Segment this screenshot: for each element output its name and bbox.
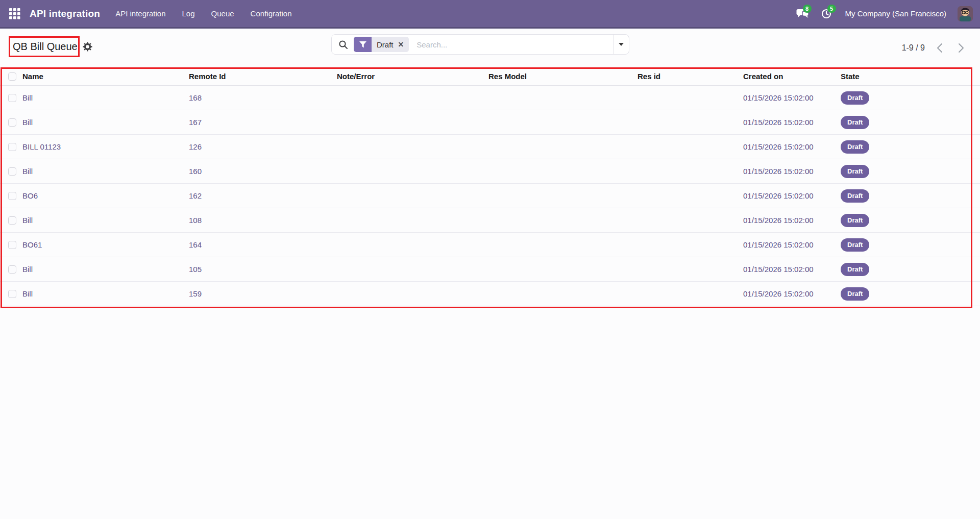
select-all-checkbox[interactable] (8, 72, 16, 81)
cell-name[interactable]: Bill (22, 282, 33, 306)
navbar-right: 8 5 My Company (San Francisco) (796, 6, 980, 21)
activities-menu-button[interactable]: 5 (821, 8, 834, 19)
row-checkbox[interactable] (8, 265, 16, 274)
cell-created-on[interactable]: 01/15/2026 15:02:00 (743, 135, 814, 159)
column-header-created-on[interactable]: Created on (743, 67, 783, 86)
chevron-right-icon (958, 42, 965, 54)
top-navbar: API integration API integration Log Queu… (0, 0, 980, 29)
state-badge[interactable]: Draft (841, 116, 869, 129)
gear-actions-icon[interactable] (83, 42, 92, 52)
column-header-state[interactable]: State (841, 67, 860, 86)
menu-item-queue[interactable]: Queue (211, 9, 234, 18)
remove-filter-icon[interactable]: ✕ (398, 40, 404, 48)
navbar-left: API integration API integration Log Queu… (0, 8, 292, 19)
cell-name[interactable]: Bill (22, 257, 33, 282)
state-badge[interactable]: Draft (841, 263, 869, 276)
cell-remote-id[interactable]: 162 (189, 184, 202, 208)
cell-remote-id[interactable]: 160 (189, 159, 202, 184)
search-options-toggle[interactable] (613, 35, 629, 54)
table-header-row: Name Remote Id Note/Error Res Model Res … (0, 67, 980, 86)
pager-range[interactable]: 1-9 / 9 (902, 43, 925, 53)
table-row[interactable]: Bill 168 01/15/2026 15:02:00 Draft (0, 86, 980, 110)
control-panel: QB Bill Queue (0, 29, 980, 67)
funnel-icon (359, 41, 367, 48)
table-row[interactable]: Bill 108 01/15/2026 15:02:00 Draft (0, 208, 980, 233)
search-icon (338, 40, 348, 50)
state-badge[interactable]: Draft (841, 91, 869, 105)
page: API integration API integration Log Queu… (0, 0, 980, 519)
cell-created-on[interactable]: 01/15/2026 15:02:00 (743, 159, 814, 184)
filter-funnel-button[interactable] (354, 37, 372, 52)
cell-remote-id[interactable]: 168 (189, 86, 202, 110)
cell-name[interactable]: Bill (22, 159, 33, 184)
search-input[interactable]: Search... (416, 40, 613, 49)
cell-created-on[interactable]: 01/15/2026 15:02:00 (743, 208, 814, 233)
cell-remote-id[interactable]: 105 (189, 257, 202, 282)
row-checkbox[interactable] (8, 216, 16, 225)
cell-name[interactable]: BILL 01123 (22, 135, 61, 159)
cell-remote-id[interactable]: 108 (189, 208, 202, 233)
state-badge[interactable]: Draft (841, 214, 869, 227)
cell-created-on[interactable]: 01/15/2026 15:02:00 (743, 110, 814, 135)
column-header-res-model[interactable]: Res Model (488, 67, 527, 86)
filter-chip-label[interactable]: Draft (377, 40, 394, 49)
cell-created-on[interactable]: 01/15/2026 15:02:00 (743, 184, 814, 208)
cell-remote-id[interactable]: 164 (189, 233, 202, 257)
column-header-note-error[interactable]: Note/Error (337, 67, 375, 86)
table-row[interactable]: Bill 167 01/15/2026 15:02:00 Draft (0, 110, 980, 135)
state-badge[interactable]: Draft (841, 189, 869, 203)
table-row[interactable]: Bill 160 01/15/2026 15:02:00 Draft (0, 159, 980, 184)
cell-name[interactable]: Bill (22, 86, 33, 110)
chevron-down-icon (619, 43, 624, 46)
row-checkbox[interactable] (8, 167, 16, 176)
cell-remote-id[interactable]: 167 (189, 110, 202, 135)
menu-item-api-integration[interactable]: API integration (115, 9, 165, 18)
table-row[interactable]: BO6 162 01/15/2026 15:02:00 Draft (0, 184, 980, 208)
table-row[interactable]: BILL 01123 126 01/15/2026 15:02:00 Draft (0, 135, 980, 159)
user-avatar[interactable] (958, 6, 973, 21)
menu-item-configration[interactable]: Configration (251, 9, 292, 18)
cell-name[interactable]: BO61 (22, 233, 42, 257)
company-switcher[interactable]: My Company (San Francisco) (845, 9, 946, 18)
breadcrumb-title: QB Bill Queue (13, 36, 78, 57)
cell-created-on[interactable]: 01/15/2026 15:02:00 (743, 282, 814, 306)
table-body: Bill 168 01/15/2026 15:02:00 Draft Bill … (0, 86, 980, 306)
messages-count-badge: 8 (803, 5, 812, 13)
column-header-res-id[interactable]: Res id (638, 67, 660, 86)
row-checkbox[interactable] (8, 143, 16, 151)
cell-remote-id[interactable]: 126 (189, 135, 202, 159)
chevron-left-icon (936, 42, 943, 54)
row-checkbox[interactable] (8, 118, 16, 127)
pager: 1-9 / 9 (902, 29, 968, 67)
search-bar[interactable]: Draft ✕ Search... (331, 34, 629, 55)
cell-remote-id[interactable]: 159 (189, 282, 202, 306)
table-row[interactable]: Bill 159 01/15/2026 15:02:00 Draft (0, 282, 980, 306)
navbar-menu: API integration Log Queue Configration (115, 9, 291, 18)
table-row[interactable]: BO61 164 01/15/2026 15:02:00 Draft (0, 233, 980, 257)
filter-chip-body: Draft ✕ (372, 37, 409, 52)
cell-created-on[interactable]: 01/15/2026 15:02:00 (743, 233, 814, 257)
apps-grid-icon[interactable] (9, 8, 20, 19)
pager-next-button[interactable] (954, 41, 968, 55)
filter-chip-draft: Draft ✕ (354, 37, 409, 52)
cell-name[interactable]: Bill (22, 208, 33, 233)
column-header-remote-id[interactable]: Remote Id (189, 67, 226, 86)
state-badge[interactable]: Draft (841, 287, 869, 301)
state-badge[interactable]: Draft (841, 140, 869, 154)
menu-item-log[interactable]: Log (182, 9, 195, 18)
state-badge[interactable]: Draft (841, 238, 869, 252)
cell-created-on[interactable]: 01/15/2026 15:02:00 (743, 86, 814, 110)
table-row[interactable]: Bill 105 01/15/2026 15:02:00 Draft (0, 257, 980, 282)
app-name[interactable]: API integration (30, 8, 100, 19)
row-checkbox[interactable] (8, 192, 16, 200)
pager-previous-button[interactable] (933, 41, 946, 55)
row-checkbox[interactable] (8, 94, 16, 102)
cell-name[interactable]: BO6 (22, 184, 38, 208)
cell-name[interactable]: Bill (22, 110, 33, 135)
row-checkbox[interactable] (8, 290, 16, 298)
state-badge[interactable]: Draft (841, 165, 869, 178)
column-header-name[interactable]: Name (22, 67, 43, 86)
messages-menu-button[interactable]: 8 (796, 8, 810, 19)
row-checkbox[interactable] (8, 241, 16, 249)
cell-created-on[interactable]: 01/15/2026 15:02:00 (743, 257, 814, 282)
